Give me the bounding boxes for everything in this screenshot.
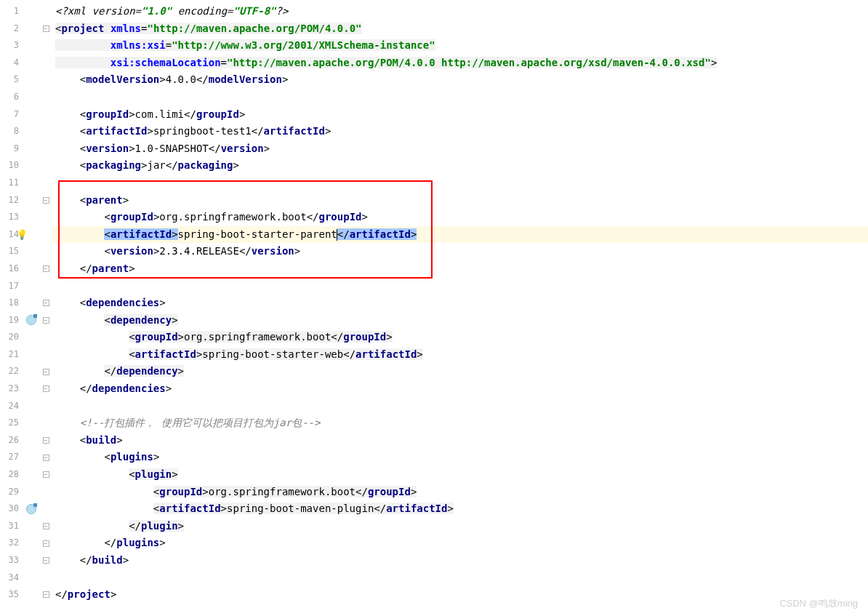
fold-toggle-icon[interactable]: − — [43, 557, 49, 564]
line-number-gutter: 1 2 3 4 5 6 7 8 9 10 11 12 13 14 15 16 1… — [0, 0, 23, 616]
code-line[interactable]: <groupId>org.springframework.boot</group… — [52, 329, 868, 346]
code-line[interactable]: <plugin> — [52, 466, 868, 484]
code-line[interactable]: <build> — [52, 432, 868, 449]
fold-toggle-icon[interactable]: − — [43, 300, 49, 306]
code-line[interactable]: <artifactId>spring-boot-starter-web</art… — [52, 346, 868, 364]
fold-toggle-icon[interactable]: − — [43, 385, 49, 392]
code-line[interactable] — [52, 89, 868, 106]
fold-toggle-icon[interactable]: − — [43, 591, 49, 598]
code-line[interactable] — [52, 398, 868, 415]
fold-toggle-icon[interactable]: − — [43, 265, 49, 272]
code-line[interactable] — [52, 175, 868, 192]
code-line[interactable]: <version>1.0-SNAPSHOT</version> — [52, 140, 868, 158]
code-line[interactable]: <groupId>org.springframework.boot</group… — [52, 209, 868, 226]
code-line[interactable] — [52, 569, 868, 587]
code-line[interactable]: <modelVersion>4.0.0</modelVersion> — [52, 71, 868, 89]
code-line[interactable]: <artifactId>spring-boot-maven-plugin</ar… — [52, 500, 868, 518]
code-line[interactable]: <dependencies> — [52, 295, 868, 312]
code-line[interactable]: <plugins> — [52, 449, 868, 466]
code-line[interactable]: <parent> — [52, 192, 868, 209]
code-line[interactable]: </project> — [52, 586, 868, 604]
code-content[interactable]: <?xml version="1.0" encoding="UTF-8"?> <… — [52, 0, 868, 616]
code-line[interactable]: </dependencies> — [52, 380, 868, 398]
fold-toggle-icon[interactable]: − — [43, 455, 49, 461]
fold-gutter: − − − − − − − − − − − − − − — [39, 0, 52, 616]
code-line-current[interactable]: 💡 <artifactId>spring-boot-starter-parent… — [52, 226, 868, 244]
code-line[interactable]: </parent> — [52, 260, 868, 278]
code-line[interactable]: </build> — [52, 552, 868, 569]
code-line[interactable]: <?xml version="1.0" encoding="UTF-8"?> — [52, 3, 868, 20]
code-line[interactable]: <version>2.3.4.RELEASE</version> — [52, 243, 868, 260]
code-editor[interactable]: 1 2 3 4 5 6 7 8 9 10 11 12 13 14 15 16 1… — [0, 0, 868, 616]
fold-toggle-icon[interactable]: − — [43, 317, 49, 324]
code-line[interactable]: </plugin> — [52, 518, 868, 535]
code-line[interactable]: </dependency> — [52, 363, 868, 380]
code-line[interactable]: <artifactId>springboot-test1</artifactId… — [52, 123, 868, 140]
code-line[interactable]: <groupId>org.springframework.boot</group… — [52, 484, 868, 501]
maven-dependency-icon[interactable] — [26, 504, 36, 514]
code-line[interactable]: xmlns:xsi="http://www.w3.org/2001/XMLSch… — [52, 37, 868, 55]
fold-toggle-icon[interactable]: − — [43, 25, 49, 32]
code-line[interactable]: <!--打包插件， 使用它可以把项目打包为jar包--> — [52, 415, 868, 432]
fold-toggle-icon[interactable]: − — [43, 369, 49, 375]
code-line[interactable]: <packaging>jar</packaging> — [52, 157, 868, 175]
code-line[interactable]: xsi:schemaLocation="http://maven.apache.… — [52, 55, 868, 72]
fold-toggle-icon[interactable]: − — [43, 523, 49, 529]
fold-toggle-icon[interactable]: − — [43, 197, 49, 204]
watermark-text: CSDN @鸣鼓ming — [779, 597, 858, 610]
icon-gutter — [23, 0, 39, 616]
code-line[interactable]: </plugins> — [52, 535, 868, 552]
fold-toggle-icon[interactable]: − — [43, 437, 49, 444]
code-line[interactable]: <groupId>com.limi</groupId> — [52, 106, 868, 124]
fold-toggle-icon[interactable]: − — [43, 471, 49, 478]
code-line[interactable]: <dependency> — [52, 312, 868, 329]
lightbulb-icon[interactable]: 💡 — [16, 226, 28, 244]
code-line[interactable]: <project xmlns="http://maven.apache.org/… — [52, 20, 868, 38]
fold-toggle-icon[interactable]: − — [43, 540, 49, 547]
code-line[interactable] — [52, 278, 868, 295]
maven-dependency-icon[interactable] — [26, 315, 36, 325]
